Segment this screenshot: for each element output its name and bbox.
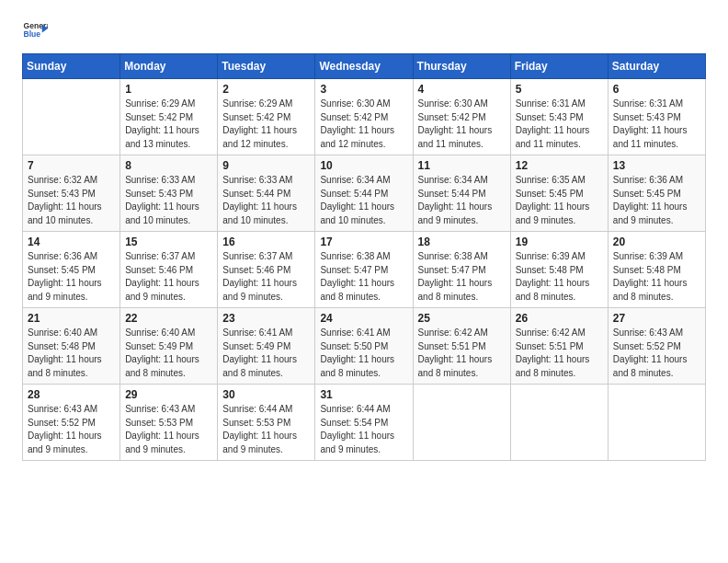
day-number: 7 xyxy=(28,159,115,172)
day-number: 27 xyxy=(613,312,700,325)
logo-icon: General Blue xyxy=(22,18,48,44)
day-info: Sunrise: 6:33 AM Sunset: 5:43 PM Dayligh… xyxy=(125,174,212,227)
day-info: Sunrise: 6:39 AM Sunset: 5:48 PM Dayligh… xyxy=(516,250,603,304)
calendar-cell: 22Sunrise: 6:40 AM Sunset: 5:49 PM Dayli… xyxy=(120,308,218,385)
day-info: Sunrise: 6:34 AM Sunset: 5:44 PM Dayligh… xyxy=(320,174,407,227)
day-number: 22 xyxy=(125,312,212,325)
day-number: 6 xyxy=(613,83,700,96)
calendar-cell xyxy=(413,385,510,461)
calendar-cell xyxy=(510,385,608,461)
calendar-cell: 12Sunrise: 6:35 AM Sunset: 5:45 PM Dayli… xyxy=(510,155,608,232)
day-number: 15 xyxy=(125,236,212,248)
day-info: Sunrise: 6:36 AM Sunset: 5:45 PM Dayligh… xyxy=(28,250,115,304)
day-number: 24 xyxy=(320,312,407,325)
day-number: 17 xyxy=(320,236,407,248)
calendar-cell: 11Sunrise: 6:34 AM Sunset: 5:44 PM Dayli… xyxy=(413,155,510,232)
day-number: 10 xyxy=(320,159,407,172)
day-info: Sunrise: 6:43 AM Sunset: 5:53 PM Dayligh… xyxy=(125,403,212,456)
day-info: Sunrise: 6:37 AM Sunset: 5:46 PM Dayligh… xyxy=(222,250,310,304)
calendar-cell: 3Sunrise: 6:30 AM Sunset: 5:42 PM Daylig… xyxy=(315,79,413,155)
calendar-cell: 13Sunrise: 6:36 AM Sunset: 5:45 PM Dayli… xyxy=(608,155,705,232)
calendar-cell: 24Sunrise: 6:41 AM Sunset: 5:50 PM Dayli… xyxy=(315,308,413,385)
day-info: Sunrise: 6:37 AM Sunset: 5:46 PM Dayligh… xyxy=(125,250,212,304)
day-info: Sunrise: 6:38 AM Sunset: 5:47 PM Dayligh… xyxy=(320,250,407,304)
day-info: Sunrise: 6:40 AM Sunset: 5:49 PM Dayligh… xyxy=(125,327,212,380)
weekday-header: Monday xyxy=(120,54,218,79)
calendar-cell: 27Sunrise: 6:43 AM Sunset: 5:52 PM Dayli… xyxy=(608,308,705,385)
calendar-cell: 10Sunrise: 6:34 AM Sunset: 5:44 PM Dayli… xyxy=(315,155,413,232)
day-info: Sunrise: 6:36 AM Sunset: 5:45 PM Dayligh… xyxy=(613,174,700,227)
day-number: 30 xyxy=(222,388,310,401)
calendar-cell: 30Sunrise: 6:44 AM Sunset: 5:53 PM Dayli… xyxy=(218,385,315,461)
day-number: 28 xyxy=(28,388,115,401)
day-number: 26 xyxy=(516,312,603,325)
calendar-cell: 2Sunrise: 6:29 AM Sunset: 5:42 PM Daylig… xyxy=(218,79,315,155)
day-number: 2 xyxy=(222,83,310,96)
day-number: 3 xyxy=(320,83,407,96)
logo: General Blue xyxy=(22,18,48,44)
calendar-cell: 4Sunrise: 6:30 AM Sunset: 5:42 PM Daylig… xyxy=(413,79,510,155)
day-info: Sunrise: 6:30 AM Sunset: 5:42 PM Dayligh… xyxy=(320,98,407,151)
calendar-cell: 5Sunrise: 6:31 AM Sunset: 5:43 PM Daylig… xyxy=(510,79,608,155)
day-info: Sunrise: 6:43 AM Sunset: 5:52 PM Dayligh… xyxy=(28,403,115,456)
calendar-cell: 31Sunrise: 6:44 AM Sunset: 5:54 PM Dayli… xyxy=(315,385,413,461)
calendar-cell: 8Sunrise: 6:33 AM Sunset: 5:43 PM Daylig… xyxy=(120,155,218,232)
day-info: Sunrise: 6:40 AM Sunset: 5:48 PM Dayligh… xyxy=(28,327,115,380)
weekday-header: Tuesday xyxy=(218,54,315,79)
day-number: 4 xyxy=(418,83,506,96)
calendar-cell: 6Sunrise: 6:31 AM Sunset: 5:43 PM Daylig… xyxy=(608,79,705,155)
day-info: Sunrise: 6:31 AM Sunset: 5:43 PM Dayligh… xyxy=(516,98,603,151)
day-number: 5 xyxy=(516,83,603,96)
day-info: Sunrise: 6:29 AM Sunset: 5:42 PM Dayligh… xyxy=(222,98,310,151)
day-info: Sunrise: 6:43 AM Sunset: 5:52 PM Dayligh… xyxy=(613,327,700,380)
calendar-cell: 26Sunrise: 6:42 AM Sunset: 5:51 PM Dayli… xyxy=(510,308,608,385)
day-number: 20 xyxy=(613,236,700,248)
day-number: 9 xyxy=(222,159,310,172)
day-info: Sunrise: 6:33 AM Sunset: 5:44 PM Dayligh… xyxy=(222,174,310,227)
day-info: Sunrise: 6:41 AM Sunset: 5:50 PM Dayligh… xyxy=(320,327,407,380)
day-number: 14 xyxy=(28,236,115,248)
day-number: 16 xyxy=(222,236,310,248)
day-number: 19 xyxy=(516,236,603,248)
calendar-cell: 21Sunrise: 6:40 AM Sunset: 5:48 PM Dayli… xyxy=(23,308,120,385)
weekday-header: Wednesday xyxy=(315,54,413,79)
svg-text:Blue: Blue xyxy=(24,29,41,39)
day-info: Sunrise: 6:39 AM Sunset: 5:48 PM Dayligh… xyxy=(613,250,700,304)
calendar-cell: 14Sunrise: 6:36 AM Sunset: 5:45 PM Dayli… xyxy=(23,232,120,308)
day-number: 25 xyxy=(418,312,506,325)
day-info: Sunrise: 6:30 AM Sunset: 5:42 PM Dayligh… xyxy=(418,98,506,151)
page-header: General Blue xyxy=(22,18,706,44)
day-info: Sunrise: 6:42 AM Sunset: 5:51 PM Dayligh… xyxy=(418,327,506,380)
day-number: 29 xyxy=(125,388,212,401)
day-info: Sunrise: 6:29 AM Sunset: 5:42 PM Dayligh… xyxy=(125,98,212,151)
calendar-cell: 17Sunrise: 6:38 AM Sunset: 5:47 PM Dayli… xyxy=(315,232,413,308)
day-number: 13 xyxy=(613,159,700,172)
calendar-cell: 9Sunrise: 6:33 AM Sunset: 5:44 PM Daylig… xyxy=(218,155,315,232)
day-info: Sunrise: 6:44 AM Sunset: 5:54 PM Dayligh… xyxy=(320,403,407,456)
day-info: Sunrise: 6:34 AM Sunset: 5:44 PM Dayligh… xyxy=(418,174,506,227)
calendar-table: SundayMondayTuesdayWednesdayThursdayFrid… xyxy=(22,53,706,461)
calendar-cell: 25Sunrise: 6:42 AM Sunset: 5:51 PM Dayli… xyxy=(413,308,510,385)
calendar-cell: 15Sunrise: 6:37 AM Sunset: 5:46 PM Dayli… xyxy=(120,232,218,308)
calendar-cell xyxy=(23,79,120,155)
calendar-cell xyxy=(608,385,705,461)
day-number: 11 xyxy=(418,159,506,172)
day-info: Sunrise: 6:42 AM Sunset: 5:51 PM Dayligh… xyxy=(516,327,603,380)
calendar-cell: 19Sunrise: 6:39 AM Sunset: 5:48 PM Dayli… xyxy=(510,232,608,308)
calendar-cell: 23Sunrise: 6:41 AM Sunset: 5:49 PM Dayli… xyxy=(218,308,315,385)
calendar-cell: 28Sunrise: 6:43 AM Sunset: 5:52 PM Dayli… xyxy=(23,385,120,461)
weekday-header: Sunday xyxy=(23,54,120,79)
day-info: Sunrise: 6:31 AM Sunset: 5:43 PM Dayligh… xyxy=(613,98,700,151)
calendar-cell: 1Sunrise: 6:29 AM Sunset: 5:42 PM Daylig… xyxy=(120,79,218,155)
day-info: Sunrise: 6:38 AM Sunset: 5:47 PM Dayligh… xyxy=(418,250,506,304)
day-info: Sunrise: 6:35 AM Sunset: 5:45 PM Dayligh… xyxy=(516,174,603,227)
calendar-cell: 16Sunrise: 6:37 AM Sunset: 5:46 PM Dayli… xyxy=(218,232,315,308)
day-info: Sunrise: 6:41 AM Sunset: 5:49 PM Dayligh… xyxy=(222,327,310,380)
day-number: 12 xyxy=(516,159,603,172)
day-number: 21 xyxy=(28,312,115,325)
calendar-cell: 7Sunrise: 6:32 AM Sunset: 5:43 PM Daylig… xyxy=(23,155,120,232)
day-number: 31 xyxy=(320,388,407,401)
day-info: Sunrise: 6:44 AM Sunset: 5:53 PM Dayligh… xyxy=(222,403,310,456)
day-info: Sunrise: 6:32 AM Sunset: 5:43 PM Dayligh… xyxy=(28,174,115,227)
weekday-header: Saturday xyxy=(608,54,705,79)
